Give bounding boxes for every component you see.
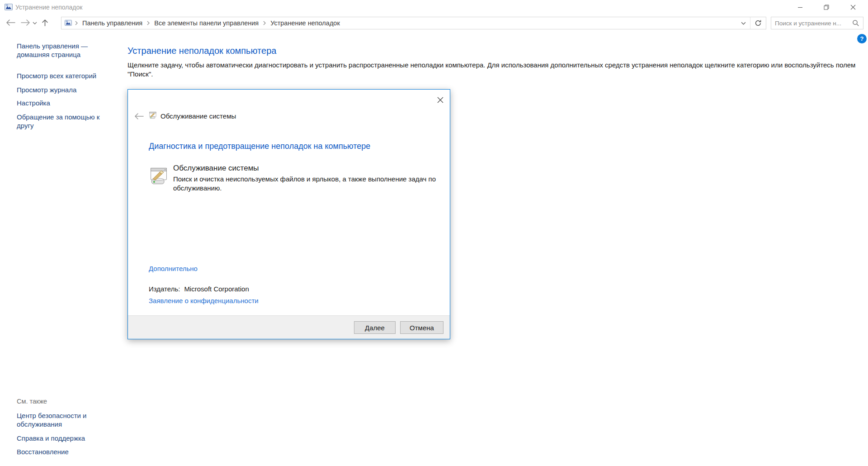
restore-button[interactable] — [816, 0, 837, 14]
close-icon — [850, 5, 856, 10]
sidebar-item-view-all-categories[interactable]: Просмотр всех категорий — [17, 71, 104, 80]
publisher-row: Издатель:Microsoft Corporation — [149, 285, 249, 293]
page-title: Устранение неполадок компьютера — [127, 46, 276, 56]
sidebar-item-get-help-from-friend[interactable]: Обращение за помощью к другу — [17, 113, 104, 130]
forward-button[interactable] — [19, 18, 32, 28]
breadcrumb-separator-icon — [260, 21, 269, 25]
back-arrow-icon — [134, 113, 144, 119]
breadcrumb-separator-icon — [144, 21, 153, 25]
sidebar-item-recovery[interactable]: Восстановление — [17, 447, 104, 456]
history-dropdown-button[interactable] — [32, 20, 38, 26]
advanced-link[interactable]: Дополнительно — [149, 265, 198, 272]
publisher-value: Microsoft Corporation — [184, 285, 249, 293]
dialog-title: Обслуживание системы — [160, 112, 236, 120]
system-maintenance-icon — [149, 166, 169, 186]
location-icon — [61, 19, 72, 27]
dialog-footer: Далее Отмена — [128, 315, 450, 339]
sidebar-item-control-panel-home[interactable]: Панель управления — домашняя страница — [17, 42, 104, 59]
dialog-heading: Диагностика и предотвращение неполадок н… — [149, 142, 370, 151]
minimize-icon — [797, 5, 803, 10]
dialog-back-button[interactable] — [134, 112, 146, 120]
minimize-button[interactable] — [789, 0, 811, 14]
up-arrow-icon — [42, 19, 48, 27]
breadcrumb-all-items[interactable]: Все элементы панели управления — [153, 19, 260, 27]
troubleshooter-dialog: Обслуживание системы Диагностика и предо… — [127, 89, 450, 339]
sidebar-item-view-history[interactable]: Просмотр журнала — [17, 86, 104, 94]
address-dropdown-button[interactable] — [737, 17, 750, 29]
app-icon — [5, 3, 13, 11]
dialog-close-button[interactable] — [434, 94, 446, 106]
chevron-down-icon — [33, 22, 37, 24]
back-arrow-icon — [6, 19, 16, 26]
cancel-button[interactable]: Отмена — [400, 321, 443, 334]
up-button[interactable] — [40, 17, 50, 28]
see-also-header: См. также — [17, 398, 47, 405]
refresh-button[interactable] — [750, 17, 766, 29]
refresh-icon — [755, 19, 762, 27]
search-box[interactable] — [771, 17, 863, 29]
back-button[interactable] — [5, 18, 17, 28]
system-maintenance-icon — [149, 111, 157, 119]
close-icon — [437, 97, 443, 103]
search-icon[interactable] — [850, 19, 863, 27]
dialog-item-title: Обслуживание системы — [173, 164, 259, 173]
breadcrumb-separator-icon — [72, 21, 81, 25]
title-bar: Устранение неполадок — [0, 0, 868, 14]
sidebar-item-settings[interactable]: Настройка — [17, 99, 104, 107]
publisher-label: Издатель: — [149, 285, 180, 293]
search-input[interactable] — [771, 20, 850, 27]
window-title: Устранение неполадок — [15, 4, 82, 11]
chevron-down-icon — [741, 22, 746, 25]
restore-icon — [824, 5, 829, 10]
privacy-statement-link[interactable]: Заявление о конфиденциальности — [149, 297, 259, 304]
forward-arrow-icon — [20, 19, 30, 26]
breadcrumb-control-panel[interactable]: Панель управления — [81, 19, 144, 27]
next-button[interactable]: Далее — [354, 321, 396, 334]
sidebar-item-help-and-support[interactable]: Справка и поддержка — [17, 434, 104, 442]
sidebar-item-security-maintenance-center[interactable]: Центр безопасности и обслуживания — [17, 411, 104, 428]
address-bar[interactable]: Панель управления Все элементы панели уп… — [61, 17, 766, 29]
close-button[interactable] — [842, 0, 864, 14]
page-description: Щелкните задачу, чтобы автоматически диа… — [127, 61, 863, 79]
help-button[interactable]: ? — [857, 34, 867, 43]
dialog-item-description: Поиск и очистка неиспользуемых файлов и … — [173, 175, 443, 193]
breadcrumb-troubleshooting[interactable]: Устранение неполадок — [269, 19, 341, 27]
